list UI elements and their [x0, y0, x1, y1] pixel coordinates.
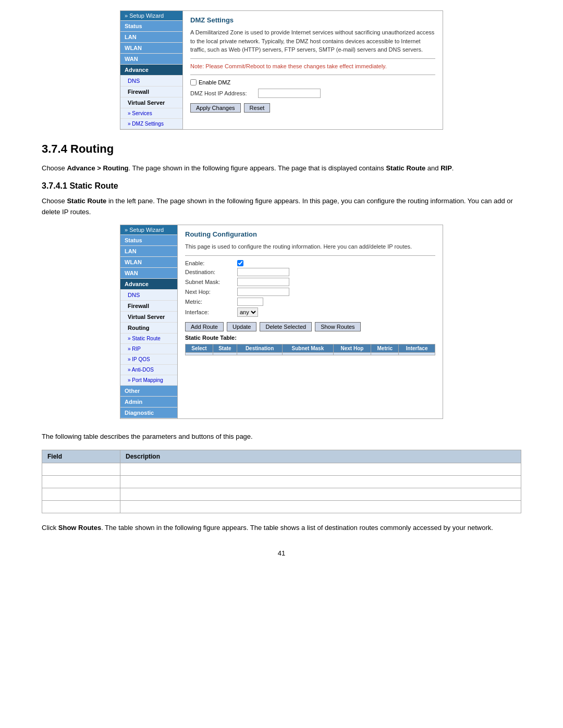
section-3741-body: Choose Static Route in the left pane. Th…: [42, 196, 521, 218]
divider2: [190, 75, 435, 75]
routing-sidebar: » Setup Wizard Status LAN WLAN WAN Advan…: [120, 225, 178, 418]
dmz-host-input[interactable]: [258, 89, 321, 98]
sidebar-status[interactable]: Status: [120, 21, 182, 32]
dmz-note: Note: Please Commit/Reboot to make these…: [190, 63, 435, 69]
routing-sidebar-wlan[interactable]: WLAN: [120, 257, 177, 268]
metric-row: Metric:: [185, 298, 435, 306]
sidebar-dmz-settings[interactable]: » DMZ Settings: [120, 119, 182, 129]
interface-label: Interface:: [185, 309, 237, 315]
empty-route-row: [186, 352, 435, 355]
show-routes-button[interactable]: Show Routes: [315, 322, 360, 331]
metric-input[interactable]: [237, 298, 263, 306]
routing-main: Routing Configuration This page is used …: [178, 225, 443, 418]
col-next-hop: Next Hop: [333, 344, 371, 352]
routing-sidebar-firewall[interactable]: Firewall: [120, 301, 177, 312]
dmz-panel: » Setup Wizard Status LAN WLAN WAN Advan…: [120, 10, 443, 130]
sidebar-services[interactable]: » Services: [120, 108, 182, 119]
col-state: State: [213, 344, 237, 352]
routing-sidebar-diagnostic[interactable]: Diagnostic: [120, 408, 177, 418]
sidebar-virtual-server[interactable]: Virtual Server: [120, 97, 182, 108]
destination-row: Destination:: [185, 268, 435, 276]
dmz-description: A Demilitarized Zone is used to provide …: [190, 28, 435, 54]
dmz-btn-row: Apply Changes Reset: [190, 103, 435, 113]
section-3741-heading: 3.7.4.1 Static Route: [42, 181, 521, 191]
desc-cell-1: [120, 463, 521, 476]
routing-sidebar-other[interactable]: Other: [120, 386, 177, 397]
routing-sidebar-ip-qos[interactable]: » IP QOS: [120, 354, 177, 365]
routing-divider: [185, 255, 435, 256]
sidebar-firewall[interactable]: Firewall: [120, 87, 182, 97]
col-interface: Interface: [399, 344, 435, 352]
routing-sidebar-routing[interactable]: Routing: [120, 323, 177, 334]
subnet-mask-row: Subnet Mask:: [185, 278, 435, 286]
subnet-mask-input[interactable]: [237, 278, 289, 286]
update-button[interactable]: Update: [227, 322, 256, 331]
routing-config-desc: This page is used to configure the routi…: [185, 242, 435, 251]
destination-input[interactable]: [237, 268, 289, 276]
sidebar-dns[interactable]: DNS: [120, 76, 182, 87]
routing-sidebar-lan[interactable]: LAN: [120, 246, 177, 257]
routing-sidebar-wan[interactable]: WAN: [120, 268, 177, 279]
routing-sidebar-advance[interactable]: Advance: [120, 279, 177, 290]
dmz-main: DMZ Settings A Demilitarized Zone is use…: [183, 11, 443, 129]
apply-changes-button[interactable]: Apply Changes: [190, 103, 241, 113]
delete-selected-button[interactable]: Delete Selected: [260, 322, 312, 331]
routing-config-title: Routing Configuration: [185, 230, 435, 238]
enable-dmz-row: Enable DMZ: [190, 79, 435, 85]
enable-dmz-label: Enable DMZ: [199, 79, 230, 85]
commit-reboot-link[interactable]: Commit/Reboot: [225, 63, 264, 69]
desc-cell-4: [120, 501, 521, 513]
table-row: [42, 463, 521, 476]
add-route-button[interactable]: Add Route: [185, 322, 224, 331]
section-374-body: Choose Advance > Routing. The page shown…: [42, 163, 521, 174]
empty-subnet: [283, 352, 333, 355]
sidebar-wan[interactable]: WAN: [120, 54, 182, 65]
routing-sidebar-dns[interactable]: DNS: [120, 290, 177, 301]
routing-sidebar-anti-dos[interactable]: » Anti-DOS: [120, 365, 177, 375]
routing-setup-wizard-link[interactable]: » Setup Wizard: [120, 225, 177, 235]
next-hop-row: Next Hop:: [185, 288, 435, 296]
enable-dmz-checkbox[interactable]: [190, 79, 197, 85]
reset-button[interactable]: Reset: [244, 103, 271, 113]
dmz-host-label: DMZ Host IP Address:: [190, 90, 258, 96]
col-select: Select: [186, 344, 213, 352]
empty-state: [213, 352, 237, 355]
empty-select: [186, 352, 213, 355]
next-hop-label: Next Hop:: [185, 289, 237, 295]
field-col-header: Field: [42, 450, 120, 463]
dmz-sidebar: » Setup Wizard Status LAN WLAN WAN Advan…: [120, 11, 183, 129]
sidebar-wlan[interactable]: WLAN: [120, 43, 182, 54]
routing-sidebar-admin[interactable]: Admin: [120, 397, 177, 408]
next-hop-input[interactable]: [237, 288, 289, 296]
routing-sidebar-status[interactable]: Status: [120, 235, 177, 246]
static-route-table-label: Static Route Table:: [185, 335, 435, 341]
enable-checkbox[interactable]: [237, 260, 243, 266]
table-row: [42, 501, 521, 513]
routing-panel: » Setup Wizard Status LAN WLAN WAN Advan…: [120, 225, 443, 419]
interface-select[interactable]: any: [237, 307, 258, 317]
empty-dest: [237, 352, 282, 355]
field-cell-3: [42, 488, 120, 501]
sidebar-lan[interactable]: LAN: [120, 32, 182, 43]
sidebar-advance[interactable]: Advance: [120, 65, 182, 76]
routing-sidebar-static-route[interactable]: » Static Route: [120, 334, 177, 344]
table-intro-text: The following table describes the parame…: [42, 431, 521, 442]
col-destination: Destination: [237, 344, 282, 352]
routing-sidebar-port-mapping[interactable]: » Port Mapping: [120, 375, 177, 386]
field-cell-2: [42, 476, 120, 488]
routing-sidebar-virtual-server[interactable]: Virtual Server: [120, 312, 177, 323]
static-route-table: Select State Destination Subnet Mask Nex…: [185, 344, 435, 355]
divider1: [190, 58, 435, 59]
param-table: Field Description: [42, 450, 521, 513]
routing-sidebar-rip[interactable]: » RIP: [120, 344, 177, 354]
subnet-mask-label: Subnet Mask:: [185, 279, 237, 285]
desc-col-header: Description: [120, 450, 521, 463]
col-subnet-mask: Subnet Mask: [283, 344, 333, 352]
enable-label: Enable:: [185, 260, 237, 266]
empty-metric: [371, 352, 399, 355]
dmz-host-row: DMZ Host IP Address:: [190, 89, 435, 98]
dmz-title: DMZ Settings: [190, 16, 435, 24]
static-route-link-bold: Static Route: [67, 197, 106, 205]
advance-routing-bold: Advance > Routing: [67, 164, 128, 172]
setup-wizard-link[interactable]: » Setup Wizard: [120, 11, 182, 21]
